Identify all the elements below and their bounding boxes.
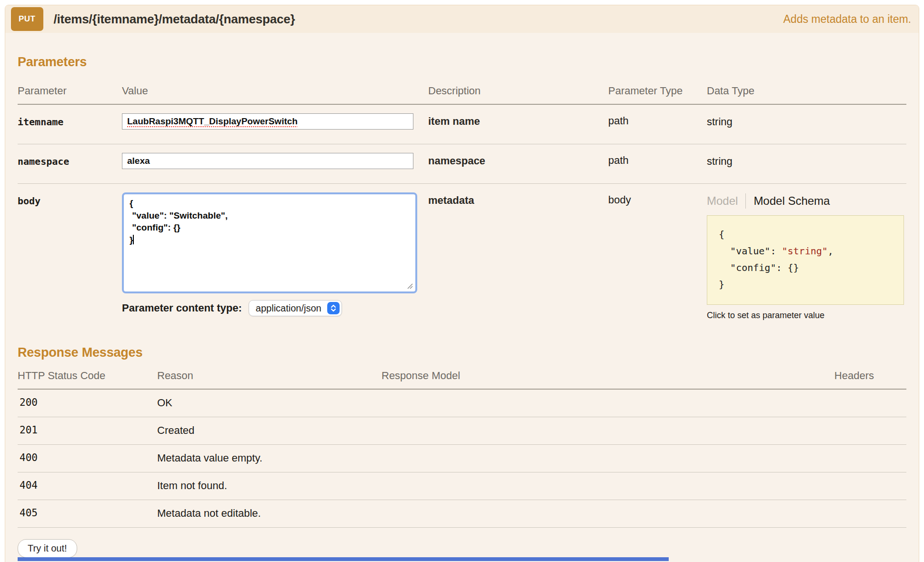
parameters-table-header: Parameter Value Description Parameter Ty… xyxy=(18,82,906,105)
response-model-cell xyxy=(382,452,686,464)
response-model-cell xyxy=(382,397,686,409)
param-name: body xyxy=(18,192,122,321)
body-editor-wrap: { "value": "Switchable", "config": {} } xyxy=(122,192,417,293)
resize-grip-icon[interactable] xyxy=(406,282,413,290)
parameters-heading: Parameters xyxy=(18,55,906,70)
next-operation-edge-bar xyxy=(18,557,669,561)
status-code: 400 xyxy=(18,452,157,464)
reason: Metadata not editable. xyxy=(157,507,382,520)
param-name: namespace xyxy=(18,153,122,169)
responses-heading: Response Messages xyxy=(18,345,906,360)
response-row-201: 201 Created xyxy=(18,417,906,445)
response-row-400: 400 Metadata value empty. xyxy=(18,445,906,472)
itemname-input-value: LaubRaspi3MQTT_DisplayPowerSwitch xyxy=(127,116,298,127)
operation-summary: Adds metadata to an item. xyxy=(783,13,912,26)
reason: Item not found. xyxy=(157,480,382,492)
response-row-200: 200 OK xyxy=(18,390,906,417)
col-header-description: Description xyxy=(428,85,608,97)
schema-highlight: "string" xyxy=(782,245,827,257)
content-type-line: Parameter content type: application/json xyxy=(122,300,428,316)
param-row-itemname: itemname LaubRaspi3MQTT_DisplayPowerSwit… xyxy=(18,105,906,144)
param-name: itemname xyxy=(18,113,122,130)
param-row-body: body { "value": "Switchable", "config": … xyxy=(18,184,906,321)
col-header-parameter-type: Parameter Type xyxy=(608,85,707,97)
headers-cell xyxy=(686,424,906,437)
namespace-input[interactable]: alexa xyxy=(122,153,413,169)
text-caret xyxy=(133,235,134,244)
col-header-data-type: Data Type xyxy=(707,85,906,97)
itemname-input[interactable]: LaubRaspi3MQTT_DisplayPowerSwitch xyxy=(122,113,413,130)
page: PUT /items/{itemname}/metadata/{namespac… xyxy=(0,0,924,562)
col-header-value: Value xyxy=(122,85,428,97)
col-header-parameter: Parameter xyxy=(18,85,122,97)
try-it-out-button[interactable]: Try it out! xyxy=(18,539,77,558)
model-schema-area: Model Model Schema { "value": "string", … xyxy=(707,192,906,321)
param-type: body xyxy=(608,192,707,321)
param-data-type: string xyxy=(707,153,906,169)
response-model-cell xyxy=(382,507,686,520)
model-tabs: Model Model Schema xyxy=(707,192,906,209)
col-header-reason: Reason xyxy=(157,370,382,382)
content-type-select[interactable]: application/json xyxy=(249,300,342,316)
status-code: 200 xyxy=(18,397,157,409)
param-description: metadata xyxy=(428,192,608,321)
response-row-405: 405 Metadata not editable. xyxy=(18,500,906,528)
body-editor-value: { "value": "Switchable", "config": {} } xyxy=(130,198,228,245)
headers-cell xyxy=(686,480,906,492)
response-model-cell xyxy=(382,424,686,437)
reason: Metadata value empty. xyxy=(157,452,382,464)
status-code: 201 xyxy=(18,424,157,437)
schema-part1: { "value": xyxy=(719,229,782,257)
content-type-label: Parameter content type: xyxy=(122,302,242,314)
model-schema-box[interactable]: { "value": "string", "config": {} } xyxy=(707,215,904,305)
model-schema-tab[interactable]: Model Schema xyxy=(753,194,830,208)
headers-cell xyxy=(686,397,906,409)
schema-caption: Click to set as parameter value xyxy=(707,311,906,321)
col-header-headers: Headers xyxy=(686,370,906,382)
response-row-404: 404 Item not found. xyxy=(18,472,906,500)
param-type: path xyxy=(608,113,707,130)
headers-cell xyxy=(686,452,906,464)
param-description: item name xyxy=(428,113,608,130)
namespace-input-value: alexa xyxy=(127,156,150,166)
body-editor[interactable]: { "value": "Switchable", "config": {} } xyxy=(124,194,415,291)
endpoint-path[interactable]: /items/{itemname}/metadata/{namespace} xyxy=(54,12,295,27)
param-type: path xyxy=(608,153,707,169)
operation-header: PUT /items/{itemname}/metadata/{namespac… xyxy=(5,5,919,33)
put-method-badge[interactable]: PUT xyxy=(11,7,43,31)
reason: OK xyxy=(157,397,382,409)
tab-divider xyxy=(745,193,746,209)
content-type-selected-value: application/json xyxy=(256,303,321,314)
responses-table-header: HTTP Status Code Reason Response Model H… xyxy=(18,367,906,390)
param-description: namespace xyxy=(428,153,608,169)
headers-cell xyxy=(686,507,906,520)
select-stepper-icon xyxy=(327,302,340,314)
param-row-namespace: namespace alexa namespace path string xyxy=(18,144,906,184)
operation-body: Parameters Parameter Value Description P… xyxy=(5,33,919,562)
response-model-cell xyxy=(382,480,686,492)
operation-panel: PUT /items/{itemname}/metadata/{namespac… xyxy=(5,5,919,562)
status-code: 405 xyxy=(18,507,157,520)
model-tab[interactable]: Model xyxy=(707,194,738,208)
col-header-response-model: Response Model xyxy=(382,370,686,382)
param-data-type: string xyxy=(707,113,906,130)
status-code: 404 xyxy=(18,480,157,492)
col-header-status-code: HTTP Status Code xyxy=(18,370,157,382)
reason: Created xyxy=(157,424,382,437)
